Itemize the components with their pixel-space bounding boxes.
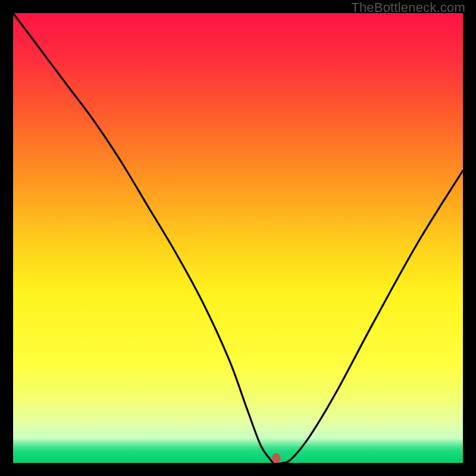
- watermark-label: TheBottleneck.com: [351, 0, 465, 15]
- chart-frame: TheBottleneck.com: [0, 0, 476, 476]
- chart-svg: [13, 13, 463, 463]
- gradient-background: [13, 13, 463, 463]
- plot-area: [13, 13, 463, 463]
